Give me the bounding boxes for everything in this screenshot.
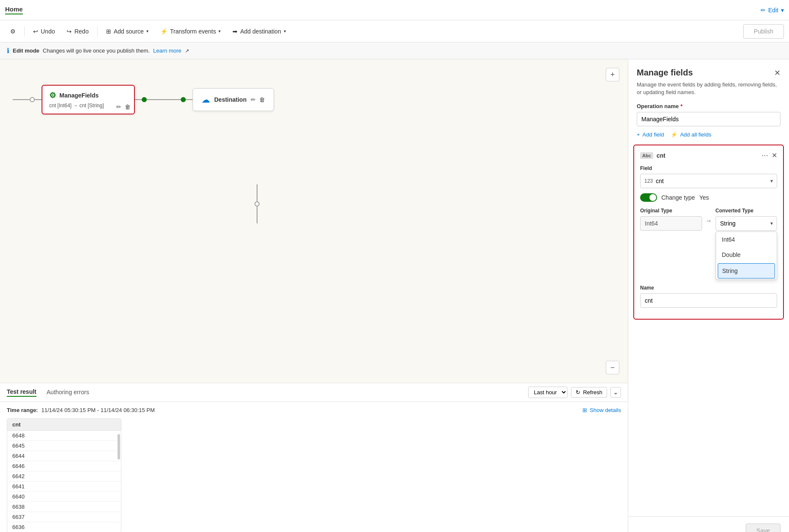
transform-label: Transform events <box>170 28 216 35</box>
converted-type-select[interactable]: String <box>716 216 778 231</box>
manage-fields-label: ManageFields <box>59 92 99 99</box>
bottom-controls: Last hour ↻ Refresh ⌄ <box>528 387 621 398</box>
operation-name-label: Operation name * <box>637 103 781 109</box>
type-conversion-row: Original Type → Converted Type String ▾ <box>640 208 777 280</box>
redo-button[interactable]: ↪ Redo <box>62 25 93 37</box>
connector-line-4 <box>147 99 181 100</box>
add-all-fields-label: Add all fields <box>680 131 711 138</box>
connector-line-3 <box>135 99 142 100</box>
change-type-label: Change type <box>661 194 695 201</box>
dropdown-item-double[interactable]: Double <box>716 247 777 262</box>
publish-button[interactable]: Publish <box>743 24 784 39</box>
operation-name-input[interactable] <box>637 112 781 126</box>
converted-type-label: Converted Type <box>716 208 778 214</box>
table-row: 6642 <box>7 471 121 482</box>
edit-mode-label: Edit mode <box>13 47 39 54</box>
panel-header: Manage fields ✕ <box>628 59 789 81</box>
add-destination-button[interactable]: ➡ Add destination ▾ <box>227 25 291 37</box>
scrollbar[interactable] <box>118 434 120 460</box>
field-section-label: Field <box>640 165 777 171</box>
zoom-in-button[interactable]: + <box>606 68 619 81</box>
redo-icon: ↪ <box>67 28 72 35</box>
tab-authoring-errors[interactable]: Authoring errors <box>47 389 89 396</box>
learn-more-link[interactable]: Learn more <box>153 47 181 54</box>
field-select[interactable]: cnt <box>640 174 777 188</box>
table-row: 6641 <box>7 482 121 492</box>
add-destination-label: Add destination <box>240 28 281 35</box>
field-more-button[interactable]: ⋯ <box>761 151 768 159</box>
undo-button[interactable]: ↩ Undo <box>28 25 60 37</box>
manage-fields-icon: ⚙ <box>49 91 56 100</box>
add-destination-icon: ➡ <box>232 28 238 35</box>
edit-icon: ✏ <box>761 7 766 14</box>
time-range-row: Time range: 11/14/24 05:30:15 PM - 11/14… <box>7 407 621 413</box>
dropdown-item-string[interactable]: String <box>718 263 775 279</box>
field-close-button[interactable]: ✕ <box>772 151 777 159</box>
refresh-icon: ↻ <box>576 389 580 396</box>
original-type-input <box>640 216 702 231</box>
transform-events-button[interactable]: ⚡ Transform events ▾ <box>155 25 226 37</box>
show-details-button[interactable]: ⊞ Show details <box>582 407 621 413</box>
destination-edit-icon[interactable]: ✏ <box>251 96 256 103</box>
topbar: Home ✏ Edit ▾ <box>0 0 789 20</box>
time-range-value: 11/14/24 05:30:15 PM - 11/14/24 06:30:15… <box>41 407 154 413</box>
infobar-description: Changes will go live once you publish th… <box>43 47 150 54</box>
destination-node[interactable]: ☁ Destination ✏ 🗑 <box>193 88 274 111</box>
panel-footer: Save <box>628 516 789 532</box>
data-table: cnt 6648 6645 6644 6646 6642 6641 6640 6… <box>7 418 121 532</box>
flow-start-connector <box>13 97 42 102</box>
external-link-icon: ↗ <box>185 48 189 54</box>
connector-line-2 <box>35 99 42 100</box>
name-label: Name <box>640 285 777 291</box>
add-all-fields-button[interactable]: ⚡ Add all fields <box>671 131 711 138</box>
lightning-icon: ⚡ <box>671 131 677 138</box>
chevron-down-icon-3: ▾ <box>284 29 286 33</box>
topbar-home[interactable]: Home <box>5 6 23 14</box>
toolbar-separator-2 <box>97 26 98 36</box>
flow-node-circle-start <box>30 97 35 102</box>
original-type-section: Original Type <box>640 208 702 231</box>
add-field-icon: + <box>637 131 640 138</box>
gear-icon: ⚙ <box>10 28 16 35</box>
table-body: 6648 6645 6644 6646 6642 6641 6640 6638 … <box>7 431 121 532</box>
field-card-header: Abc cnt ⋯ ✕ <box>640 151 777 159</box>
flow-circle-green-2 <box>181 97 186 102</box>
change-type-toggle[interactable] <box>640 193 657 202</box>
vertical-line <box>257 184 257 201</box>
add-field-button[interactable]: + Add field <box>637 131 664 138</box>
manage-fields-node[interactable]: ⚙ ManageFields cnt [Int64] → cnt [String… <box>42 85 135 114</box>
refresh-button[interactable]: ↻ Refresh <box>571 387 607 398</box>
dropdown-item-int64[interactable]: Int64 <box>716 232 777 247</box>
node-delete-icon[interactable]: 🗑 <box>125 103 131 110</box>
panel-close-button[interactable]: ✕ <box>774 68 781 78</box>
change-type-row: Change type Yes <box>640 193 777 202</box>
destination-delete-icon[interactable]: 🗑 <box>259 96 265 103</box>
right-panel: Manage fields ✕ Manage the event fields … <box>628 59 789 532</box>
original-type-label: Original Type <box>640 208 702 214</box>
arrow-section: → <box>705 208 712 225</box>
edit-label: Edit <box>768 7 778 14</box>
add-source-button[interactable]: ⊞ Add source ▾ <box>101 25 154 37</box>
refresh-label: Refresh <box>583 389 602 396</box>
table-row: 6648 <box>7 431 121 441</box>
table-row: 6636 <box>7 522 121 532</box>
name-input[interactable] <box>640 293 777 308</box>
vertical-line-2 <box>257 206 257 223</box>
node-subtitle: cnt [Int64] → cnt [String] <box>49 103 127 109</box>
undo-label: Undo <box>41 28 55 35</box>
edit-button[interactable]: ✏ Edit ▾ <box>761 7 784 14</box>
table-header-label: cnt <box>12 421 21 428</box>
change-type-value: Yes <box>699 194 709 201</box>
info-icon: ℹ <box>7 47 9 55</box>
infobar: ℹ Edit mode Changes will go live once yo… <box>0 42 789 59</box>
zoom-out-button[interactable]: − <box>606 361 619 374</box>
tab-test-result[interactable]: Test result <box>7 388 36 397</box>
settings-button[interactable]: ⚙ <box>5 25 21 37</box>
time-range-select[interactable]: Last hour <box>528 387 568 398</box>
undo-icon: ↩ <box>33 28 38 35</box>
vertical-connector <box>255 184 260 223</box>
field-card-actions: ⋯ ✕ <box>761 151 777 159</box>
save-button[interactable]: Save <box>746 524 781 532</box>
node-edit-icon[interactable]: ✏ <box>116 103 121 110</box>
expand-button[interactable]: ⌄ <box>610 387 621 398</box>
